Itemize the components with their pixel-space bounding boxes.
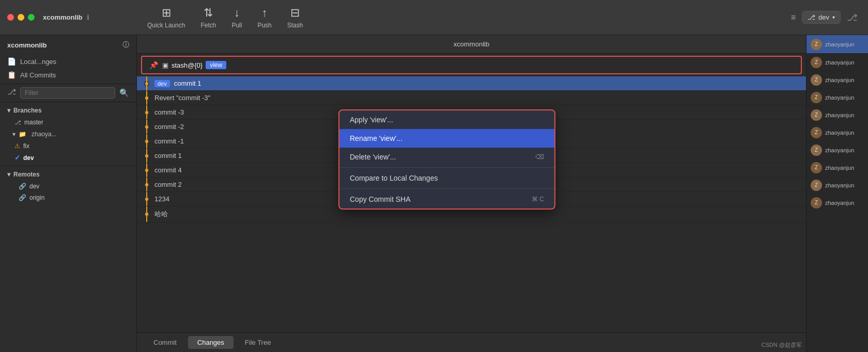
chevron-down-icon: ▾ [7,107,10,114]
fetch-label: Fetch [200,22,216,29]
avatar: Z [811,92,822,103]
pull-icon: ↓ [234,6,240,20]
delete-label: Delete 'view'... [350,153,396,161]
pull-button[interactable]: ↓ Pull [231,6,242,29]
sidebar-item-all-commits[interactable]: 📋 All Commits [0,68,136,82]
avatar-row: Z zhaoyanjun [807,89,868,106]
sidebar-item-origin[interactable]: 🔗 origin [0,192,136,203]
context-menu-item-delete[interactable]: Delete 'view'... ⌫ [339,148,554,166]
quick-launch-label: Quick Launch [147,22,185,29]
context-menu-item-copy-sha[interactable]: Copy Commit SHA ⌘ C [339,190,554,209]
avatar: Z [811,197,822,209]
all-commits-label: All Commits [20,71,56,79]
repo-name-titlebar: xcommonlib [43,13,83,21]
quick-launch-icon: ⊞ [162,6,171,20]
branch-selector-chevron: ▾ [832,14,835,20]
context-menu-item-rename[interactable]: Rename 'view'... [339,129,554,148]
avatar-row: Z zhaoyanjun [807,194,868,212]
context-menu-item-compare[interactable]: Compare to Local Changes [339,169,554,187]
branch-selector-label: dev [818,13,829,21]
check-icon: ✓ [14,154,20,162]
table-row[interactable]: dev commit 1 [137,76,806,91]
sidebar-info-icon[interactable]: ⓘ [122,40,129,50]
stash-label: stash@{0} [172,61,203,69]
avatar: Z [811,57,822,68]
fetch-icon: ⇅ [204,6,213,20]
search-button[interactable]: 🔍 [119,87,129,99]
avatar-row: Z zhaoyanjun [807,159,868,177]
fetch-button[interactable]: ⇅ Fetch [200,6,216,29]
repo-title: xcommonlib [454,40,489,48]
copy-sha-label: Copy Commit SHA [350,195,410,203]
stash-row[interactable]: 📌 ▣ stash@{0} view [141,56,802,74]
all-commits-icon: 📋 [7,71,16,79]
main-area: xcommonlib ⓘ 📄 Local...nges 📋 All Commit… [0,35,868,352]
folder-icon: 📁 [19,131,26,138]
zhaoya-group-label: zhaoya... [32,131,57,138]
chevron-right-icon: ▾ [7,171,10,178]
avatar: Z [811,74,822,86]
commit-line [146,163,147,177]
branches-section: ▾ Branches ⎇ master ▾ 📁 zhaoya... ⚠ fix … [0,102,136,166]
avatar-name: zhaoyanjun [825,200,854,206]
remotes-section: ▾ Remotes 🔗 dev 🔗 origin [0,166,136,205]
table-row[interactable]: Revert "commit -3" [137,91,806,105]
tab-commit[interactable]: Commit [144,336,186,349]
remotes-section-header[interactable]: ▾ Remotes [0,168,136,181]
window-controls [7,14,35,21]
origin-icon: 🔗 [19,194,26,201]
tab-changes-label: Changes [197,339,224,346]
commit-line [146,105,147,119]
sidebar-item-master[interactable]: ⎇ master [0,117,136,128]
master-branch-icon: ⎇ [14,119,21,126]
branches-section-label: Branches [13,107,42,114]
sidebar-header: xcommonlib ⓘ [0,35,136,53]
sidebar-item-dev-remote[interactable]: 🔗 dev [0,181,136,192]
commit-line [146,149,147,163]
minimize-button[interactable] [18,14,24,21]
tab-file-tree[interactable]: File Tree [236,336,281,349]
master-branch-label: master [24,119,43,126]
repo-info-icon[interactable]: ℹ [87,13,89,21]
avatar-name: zhaoyanjun [825,165,854,171]
commit-line [146,206,147,222]
context-menu: Apply 'view'... Rename 'view'... Delete … [338,109,555,210]
sidebar-item-fix[interactable]: ⚠ fix [0,140,136,152]
content-area: xcommonlib 📌 ▣ stash@{0} view dev commit… [137,35,806,352]
toolbar-right: ≡ ⎇ dev ▾ ⎇ [791,11,868,24]
remotes-section-label: Remotes [13,171,40,178]
zhaoya-group-header[interactable]: ▾ 📁 zhaoya... [0,128,136,140]
maximize-button[interactable] [28,14,35,21]
sidebar-nav-items: 📄 Local...nges 📋 All Commits [0,53,136,84]
divider-1 [339,167,554,168]
context-menu-item-apply[interactable]: Apply 'view'... [339,110,554,129]
close-button[interactable] [7,14,14,21]
commit-list[interactable]: 📌 ▣ stash@{0} view dev commit 1 Revert "… [137,54,806,332]
push-icon: ↑ [262,6,268,20]
stash-button[interactable]: ⊟ Stash [287,6,303,29]
avatar-name: zhaoyanjun [825,130,854,136]
branch-selector[interactable]: ⎇ dev ▾ [802,11,841,24]
delete-shortcut: ⌫ [535,153,544,161]
sidebar-repo-name: xcommonlib [7,41,47,49]
sidebar-item-dev[interactable]: ✓ dev [0,152,136,164]
dev-remote-icon: 🔗 [19,183,26,190]
commit-line [146,91,147,105]
avatar-name: zhaoyanjun [825,94,854,101]
avatar-row: Z zhaoyanjun [807,141,868,159]
tab-changes[interactable]: Changes [188,336,234,349]
avatar-name: zhaoyanjun [825,59,854,66]
avatar-row: Z zhaoyanjun [807,54,868,71]
sidebar-item-local-changes[interactable]: 📄 Local...nges [0,55,136,68]
push-button[interactable]: ↑ Push [257,6,271,29]
quick-launch-button[interactable]: ⊞ Quick Launch [147,6,185,29]
branches-section-header[interactable]: ▾ Branches [0,104,136,117]
warning-icon: ⚠ [14,142,20,150]
sidebar: xcommonlib ⓘ 📄 Local...nges 📋 All Commit… [0,35,137,352]
hamburger-icon[interactable]: ≡ [791,13,796,22]
avatar-name: zhaoyanjun [825,147,854,153]
commit-line [146,134,147,148]
rename-label: Rename 'view'... [350,134,402,142]
stash-view-badge[interactable]: view [206,61,226,69]
filter-input[interactable] [20,87,115,99]
